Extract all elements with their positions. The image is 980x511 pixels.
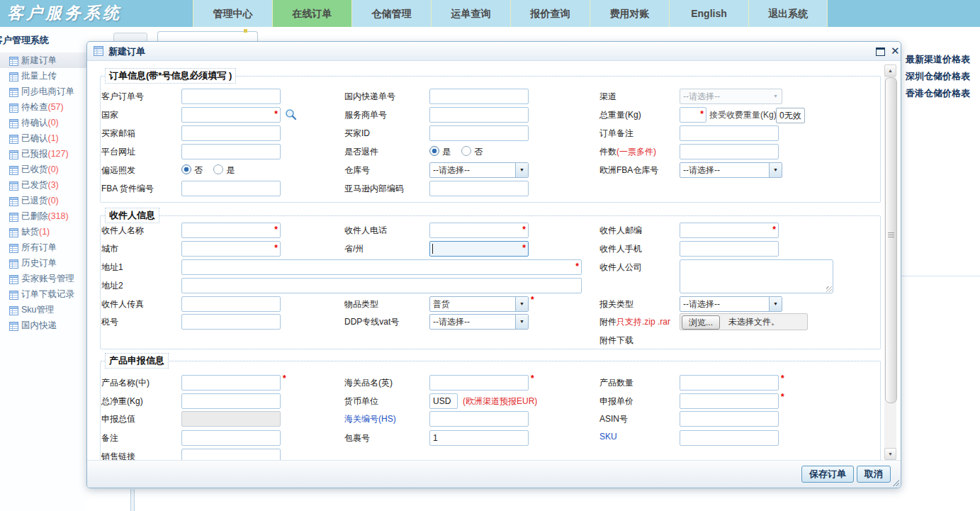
city-input[interactable] <box>181 241 281 257</box>
qty-input[interactable] <box>680 375 779 391</box>
order-remark-label: 订单备注 <box>599 125 633 141</box>
customer-order-no-input[interactable] <box>181 89 281 104</box>
tab-fee-reconciliation[interactable]: 费用对账 <box>590 0 669 27</box>
provider-order-no-input[interactable] <box>429 107 529 123</box>
tab-english[interactable]: English <box>669 0 748 27</box>
hs-code-input[interactable] <box>429 411 529 427</box>
package-no-input[interactable] <box>429 430 529 446</box>
company-textarea[interactable] <box>680 259 833 293</box>
background-divider <box>130 489 135 511</box>
customs-name-en-input[interactable] <box>429 375 529 391</box>
maximize-icon[interactable] <box>876 47 885 56</box>
tab-quote-query[interactable]: 报价查询 <box>510 0 590 27</box>
sidebar-item-out-of-stock[interactable]: 缺货(1) <box>0 224 86 240</box>
amazon-internal-code-input[interactable] <box>429 181 529 196</box>
tab-online-orders[interactable]: 在线订单 <box>272 0 351 27</box>
tax-no-input[interactable] <box>181 314 281 330</box>
declared-unit-price-input[interactable] <box>680 393 779 409</box>
buyer-email-input[interactable] <box>181 125 281 141</box>
sidebar-item-sync-ecom-orders[interactable]: 同步电商订单 <box>0 84 86 99</box>
sku-link[interactable]: SKU <box>599 429 617 444</box>
radio-return-no[interactable] <box>461 146 471 156</box>
recipient-phone-input[interactable] <box>429 223 529 238</box>
save-order-button[interactable]: 保存订单 <box>801 466 854 483</box>
sidebar-item-order-downloads[interactable]: 订单下载记录 <box>0 286 86 302</box>
mobile-input[interactable] <box>680 241 779 257</box>
customs-type-select[interactable]: --请选择-- ▼ <box>680 296 782 312</box>
recipient-name-input[interactable] <box>181 223 281 238</box>
platform-url-input[interactable] <box>181 144 281 159</box>
state-label: 省/州 <box>344 241 364 257</box>
sidebar-item-sku-management[interactable]: Sku管理 <box>0 302 86 318</box>
order-remark-input[interactable] <box>680 125 779 141</box>
dialog-resize-grip-icon[interactable] <box>892 479 899 486</box>
item-type-select[interactable]: 普货 ▼ <box>429 296 529 312</box>
link-hongkong-warehouse-prices[interactable]: 香港仓储价格表 <box>906 85 970 102</box>
asin-input[interactable] <box>680 411 779 427</box>
sku-input[interactable] <box>680 430 779 446</box>
search-icon[interactable] <box>285 108 297 123</box>
sidebar-item-batch-upload[interactable]: 批量上传 <box>0 68 86 84</box>
sidebar-item-forecasted[interactable]: 已预报(127) <box>0 146 86 162</box>
fba-shipment-no-input[interactable] <box>181 181 281 196</box>
eu-fba-warehouse-label: 欧洲FBA仓库号 <box>599 162 658 178</box>
price-link-list: 最新渠道价格表 深圳仓储价格表 香港仓储价格表 <box>906 51 970 102</box>
tab-warehouse[interactable]: 仓储管理 <box>351 0 431 27</box>
sidebar-item-history-orders[interactable]: 历史订单 <box>0 255 86 271</box>
zip-label: 收件人邮编 <box>599 223 642 238</box>
cancel-button[interactable]: 取消 <box>857 466 891 483</box>
link-latest-channel-prices[interactable]: 最新渠道价格表 <box>906 51 970 68</box>
sidebar-item-domestic-express[interactable]: 国内快递 <box>0 318 86 333</box>
net-weight-input[interactable] <box>181 393 281 409</box>
recipient-fax-input[interactable] <box>181 296 281 312</box>
product-name-cn-input[interactable] <box>181 375 281 391</box>
remote-delivery-label: 偏远照发 <box>101 162 135 178</box>
close-icon[interactable]: ✕ <box>891 45 900 57</box>
eu-fba-warehouse-select[interactable]: --请选择-- ▼ <box>680 162 782 178</box>
country-input[interactable] <box>181 107 281 123</box>
buyer-id-input[interactable] <box>429 125 529 141</box>
attachment-file-input[interactable]: 浏览... 未选择文件。 <box>680 313 808 330</box>
radio-return-yes[interactable] <box>429 146 439 156</box>
sidebar-item-shipped[interactable]: 已发货(3) <box>0 177 86 193</box>
dialog-titlebar[interactable]: 新建订单 ✕ <box>87 42 901 61</box>
radio-remote-no[interactable] <box>181 164 191 174</box>
sidebar-item-all-orders[interactable]: 所有订单 <box>0 240 86 255</box>
link-shenzhen-warehouse-prices[interactable]: 深圳仓储价格表 <box>906 68 970 85</box>
sidebar-item-seller-accounts[interactable]: 卖家账号管理 <box>0 271 86 286</box>
scrollbar-thumb[interactable] <box>885 77 897 403</box>
sidebar-item-confirmed[interactable]: 已确认(1) <box>0 130 86 146</box>
scroll-up-icon[interactable]: ▲ <box>884 64 896 77</box>
domestic-express-no-input[interactable] <box>429 89 529 104</box>
customer-order-no-label: 客户订单号 <box>101 89 144 104</box>
state-input[interactable] <box>429 241 529 257</box>
sidebar-item-pending-check[interactable]: 待检查(57) <box>0 99 86 115</box>
sidebar-item-deleted[interactable]: 已删除(318) <box>0 208 86 224</box>
radio-remote-yes[interactable] <box>213 164 223 174</box>
recipient-fax-label: 收件人传真 <box>101 296 144 312</box>
hs-code-link[interactable]: 海关编号(HS) <box>344 411 396 427</box>
sidebar-item-new-order[interactable]: 新建订单 <box>0 52 86 68</box>
browse-button[interactable]: 浏览... <box>682 315 720 330</box>
table-icon <box>9 55 18 64</box>
dialog-scrollbar[interactable]: ▲ ▼ <box>884 64 896 460</box>
scroll-down-icon[interactable]: ▼ <box>884 448 896 460</box>
sidebar-item-pending-confirm[interactable]: 待确认(0) <box>0 115 86 130</box>
address2-input[interactable] <box>181 278 582 293</box>
total-weight-field: * <box>680 107 706 123</box>
sku-field <box>680 430 779 446</box>
zip-input[interactable] <box>680 223 779 238</box>
table-icon <box>9 211 18 220</box>
resize-grip-icon[interactable] <box>826 286 832 292</box>
address1-input[interactable] <box>181 259 582 275</box>
currency-input[interactable] <box>429 393 458 409</box>
sidebar-item-received[interactable]: 已收货(0) <box>0 162 86 177</box>
tab-waybill-query[interactable]: 运单查询 <box>431 0 510 27</box>
tab-logout[interactable]: 退出系统 <box>748 0 828 27</box>
ddp-vat-select[interactable]: --请选择-- ▼ <box>429 314 529 330</box>
sidebar-item-returned[interactable]: 已退货(0) <box>0 193 86 208</box>
pieces-input[interactable] <box>680 144 779 159</box>
warehouse-select[interactable]: --请选择-- ▼ <box>429 162 529 178</box>
tab-admin-center[interactable]: 管理中心 <box>193 0 272 27</box>
remark-input[interactable] <box>181 430 281 446</box>
